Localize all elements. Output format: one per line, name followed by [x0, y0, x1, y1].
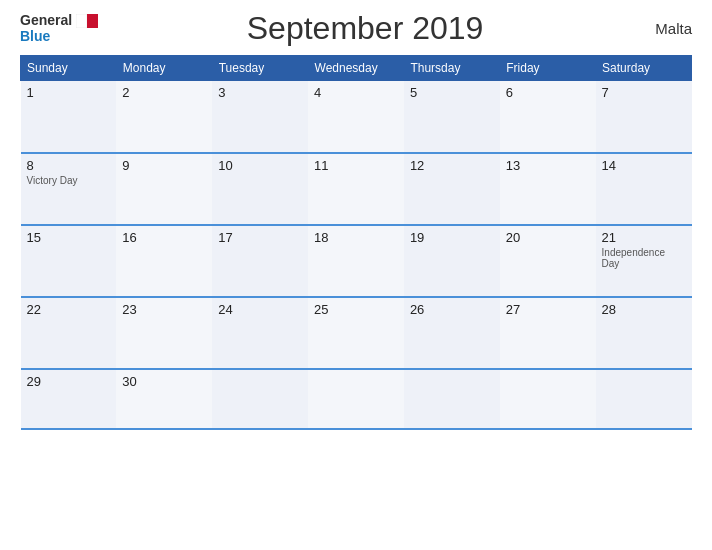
day-number: 2: [122, 85, 206, 100]
calendar-day-cell: 17: [212, 225, 308, 297]
calendar-day-cell: 24: [212, 297, 308, 369]
day-number: 14: [602, 158, 686, 173]
calendar-header-cell: Thursday: [404, 56, 500, 81]
day-number: 4: [314, 85, 398, 100]
calendar-day-cell: 10: [212, 153, 308, 225]
day-number: 10: [218, 158, 302, 173]
calendar-week-row: 22232425262728: [21, 297, 692, 369]
calendar-day-cell: 22: [21, 297, 117, 369]
calendar-day-cell: 19: [404, 225, 500, 297]
day-number: 30: [122, 374, 206, 389]
day-number: 29: [27, 374, 111, 389]
calendar-day-cell: 26: [404, 297, 500, 369]
calendar-day-cell: 5: [404, 81, 500, 153]
calendar-day-cell: [596, 369, 692, 429]
calendar-day-cell: 7: [596, 81, 692, 153]
logo: General Blue: [20, 13, 98, 44]
day-number: 13: [506, 158, 590, 173]
day-number: 25: [314, 302, 398, 317]
holiday-label: Independence Day: [602, 247, 686, 269]
calendar-week-row: 15161718192021Independence Day: [21, 225, 692, 297]
logo-flag-icon: [76, 14, 98, 28]
calendar-header-cell: Sunday: [21, 56, 117, 81]
calendar-day-cell: 21Independence Day: [596, 225, 692, 297]
calendar-day-cell: 16: [116, 225, 212, 297]
day-number: 11: [314, 158, 398, 173]
holiday-label: Victory Day: [27, 175, 111, 186]
day-number: 6: [506, 85, 590, 100]
calendar-day-cell: [500, 369, 596, 429]
day-number: 9: [122, 158, 206, 173]
calendar-header-cell: Wednesday: [308, 56, 404, 81]
day-number: 18: [314, 230, 398, 245]
calendar-header-cell: Saturday: [596, 56, 692, 81]
day-number: 24: [218, 302, 302, 317]
calendar-header-row: SundayMondayTuesdayWednesdayThursdayFrid…: [21, 56, 692, 81]
calendar-week-row: 8Victory Day91011121314: [21, 153, 692, 225]
calendar-day-cell: [404, 369, 500, 429]
day-number: 1: [27, 85, 111, 100]
calendar-day-cell: 9: [116, 153, 212, 225]
calendar-day-cell: 1: [21, 81, 117, 153]
calendar-header-cell: Friday: [500, 56, 596, 81]
day-number: 16: [122, 230, 206, 245]
calendar-day-cell: 8Victory Day: [21, 153, 117, 225]
calendar-day-cell: 11: [308, 153, 404, 225]
calendar-day-cell: 20: [500, 225, 596, 297]
day-number: 20: [506, 230, 590, 245]
calendar-day-cell: 23: [116, 297, 212, 369]
calendar-day-cell: 4: [308, 81, 404, 153]
calendar-day-cell: 29: [21, 369, 117, 429]
calendar-day-cell: 3: [212, 81, 308, 153]
calendar-day-cell: 25: [308, 297, 404, 369]
calendar-title: September 2019: [98, 10, 632, 47]
svg-rect-0: [76, 14, 87, 28]
calendar-day-cell: [308, 369, 404, 429]
day-number: 23: [122, 302, 206, 317]
day-number: 15: [27, 230, 111, 245]
calendar-day-cell: 2: [116, 81, 212, 153]
svg-rect-1: [87, 14, 98, 28]
day-number: 19: [410, 230, 494, 245]
calendar-day-cell: 15: [21, 225, 117, 297]
day-number: 26: [410, 302, 494, 317]
day-number: 27: [506, 302, 590, 317]
day-number: 22: [27, 302, 111, 317]
calendar-week-row: 1234567: [21, 81, 692, 153]
calendar-day-cell: 30: [116, 369, 212, 429]
calendar-week-row: 2930: [21, 369, 692, 429]
day-number: 5: [410, 85, 494, 100]
day-number: 7: [602, 85, 686, 100]
calendar-day-cell: 6: [500, 81, 596, 153]
calendar-day-cell: [212, 369, 308, 429]
page-header: General Blue September 2019 Malta: [20, 10, 692, 47]
day-number: 8: [27, 158, 111, 173]
calendar-day-cell: 18: [308, 225, 404, 297]
day-number: 28: [602, 302, 686, 317]
calendar-header-cell: Monday: [116, 56, 212, 81]
calendar-day-cell: 13: [500, 153, 596, 225]
calendar-day-cell: 28: [596, 297, 692, 369]
calendar-day-cell: 12: [404, 153, 500, 225]
day-number: 21: [602, 230, 686, 245]
calendar-day-cell: 27: [500, 297, 596, 369]
day-number: 17: [218, 230, 302, 245]
calendar-day-cell: 14: [596, 153, 692, 225]
calendar-table: SundayMondayTuesdayWednesdayThursdayFrid…: [20, 55, 692, 430]
logo-blue-text: Blue: [20, 29, 50, 44]
logo-general-text: General: [20, 13, 72, 28]
calendar-header-cell: Tuesday: [212, 56, 308, 81]
day-number: 3: [218, 85, 302, 100]
country-name: Malta: [632, 20, 692, 37]
day-number: 12: [410, 158, 494, 173]
